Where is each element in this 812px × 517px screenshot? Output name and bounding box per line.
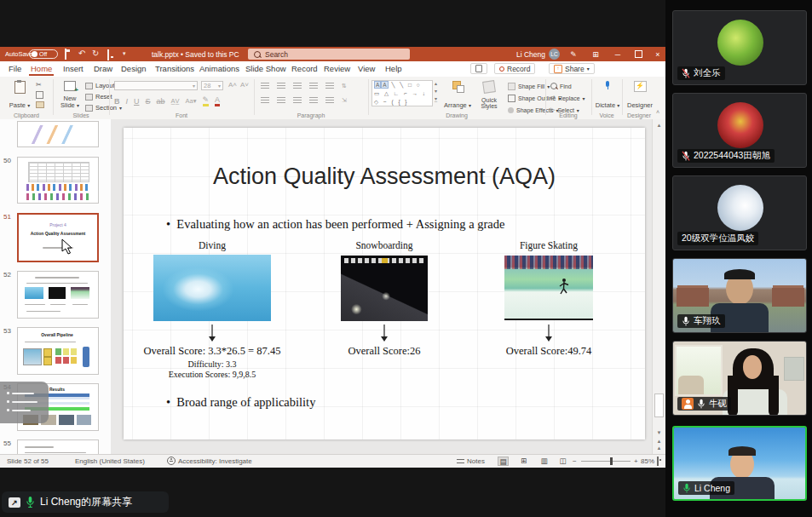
record-button[interactable]: Record (494, 63, 535, 74)
comments-button[interactable] (470, 63, 487, 74)
tab-animations[interactable]: Animations (198, 61, 241, 76)
zoom-slider-thumb[interactable] (610, 457, 613, 465)
grow-font-icon[interactable]: A˄ (228, 81, 237, 89)
share-icon: ↑ (554, 65, 562, 73)
reading-view-button[interactable]: ▥ (538, 457, 550, 466)
group-label-slides: Slides (53, 112, 109, 118)
paste-button[interactable]: Paste ▾ (5, 79, 34, 111)
slide-52[interactable]: Action Quality Assessment (AQA) • Evalua… (124, 128, 645, 439)
shapes-gallery[interactable]: AA ╲ ╲ □ ○ ▭ △ ∟ ⌐ → ↓ ◇ ~ ( { } (371, 80, 433, 106)
zoom-level[interactable]: 85% (641, 455, 654, 467)
quick-styles-button[interactable]: Quick Styles (474, 79, 504, 111)
previous-slide-icon[interactable]: ▲▲ (654, 438, 664, 451)
redo-icon[interactable]: ↻ (92, 49, 99, 58)
slide-bullet-1: • Evaluating how an action has been perf… (166, 217, 504, 232)
normal-view-button[interactable]: ▤ (498, 457, 509, 466)
tab-record[interactable]: Record (290, 61, 320, 76)
group-label-clipboard: Clipboard (0, 112, 53, 118)
scroll-down-icon[interactable]: ▼ (654, 429, 664, 436)
alignment-buttons[interactable]: ⇲ (261, 97, 347, 104)
tab-home[interactable]: Home (29, 61, 54, 76)
tab-design[interactable]: Design (119, 61, 148, 76)
notes-button[interactable]: Notes (457, 455, 485, 467)
slide-number-50: 50 (3, 157, 11, 164)
font-size-combobox[interactable]: 28▾ (201, 81, 223, 90)
participant-tile[interactable]: 车翔玖 (672, 258, 807, 333)
scroll-up-icon[interactable]: ▲ (654, 122, 664, 129)
search-input[interactable]: Search (248, 49, 410, 60)
qat-customize-icon[interactable]: ▾ (123, 49, 126, 58)
group-label-paragraph: Paragraph (254, 112, 368, 118)
participant-tile[interactable]: 20级双学位温凤姣 (672, 175, 807, 250)
undo-icon[interactable]: ↶ (78, 49, 85, 58)
slide-thumbnail-53[interactable]: Overall Pipeline (17, 327, 99, 375)
tab-help[interactable]: Help (383, 61, 404, 76)
slide-thumbnail-50[interactable] (17, 157, 99, 204)
collapse-ribbon-icon[interactable]: ˄ (656, 109, 659, 115)
shrink-font-icon[interactable]: A˅ (240, 81, 249, 89)
tab-review[interactable]: Review (322, 61, 352, 76)
scoreboard-highlight (382, 258, 388, 263)
list-indent-buttons[interactable]: ⇅ (261, 83, 347, 89)
ink-pen-icon[interactable]: ✎ (566, 47, 581, 61)
floating-list-overlay[interactable] (0, 382, 49, 423)
mic-muted-icon (682, 151, 690, 162)
slide-thumbnail-52[interactable] (17, 271, 99, 319)
restore-button[interactable] (631, 47, 646, 61)
strikethrough-icon: ab (157, 97, 165, 106)
tab-insert[interactable]: Insert (61, 61, 85, 76)
shapes-gallery-scroll[interactable]: ▴▾▾̲ (435, 80, 437, 101)
designer-icon: ⚡ (634, 81, 647, 92)
replace-button[interactable]: ⇄Replace▾ (550, 93, 585, 103)
document-title[interactable]: talk.pptx • Saved to this PC (152, 50, 239, 59)
coming-soon-icon[interactable]: ⊞ (588, 47, 603, 61)
fit-to-window-icon[interactable] (657, 457, 659, 466)
tab-file[interactable]: File (7, 61, 23, 76)
wall-art (784, 357, 804, 381)
start-slideshow-icon[interactable] (107, 50, 109, 60)
tab-draw[interactable]: Draw (92, 61, 114, 76)
participant-tile[interactable]: 2022544043田朝旭 (672, 93, 807, 168)
slide-thumbnail-51-selected[interactable]: Project 4 Action Quality Assessment (17, 213, 99, 262)
tab-slideshow[interactable]: Slide Show (244, 61, 288, 76)
scrollbar-thumb[interactable] (654, 393, 664, 417)
ppt-ribbon: Paste ▾ ✂ Clipboard New Slide ▾ Layout▾ … (0, 77, 665, 120)
tab-view[interactable]: View (356, 61, 377, 76)
zoom-in-icon[interactable]: + (634, 455, 638, 467)
cut-copy-painter-buttons[interactable]: ✂ (36, 81, 44, 108)
toggle-knob (32, 51, 37, 57)
avatar (717, 20, 763, 66)
slideshow-view-button[interactable]: ◫ (557, 457, 568, 466)
find-button[interactable]: Find (550, 81, 585, 91)
language-indicator[interactable]: English (United States) (75, 455, 145, 467)
accessibility-checker[interactable]: Accessibility: Investigate (167, 455, 252, 467)
designer-button[interactable]: ⚡ Designer (625, 79, 654, 111)
save-icon[interactable] (65, 49, 66, 59)
arrange-button[interactable]: Arrange ▾ (443, 79, 472, 111)
slide-indicator[interactable]: Slide 52 of 55 (7, 455, 49, 467)
tab-transitions[interactable]: Transitions (153, 61, 196, 76)
minimize-button[interactable]: ─ (610, 47, 625, 61)
new-slide-button[interactable]: New Slide ▾ (56, 79, 84, 111)
numbering-icon (277, 83, 285, 89)
canvas-scrollbar[interactable]: ▲ ▼ ▲▲ (652, 119, 665, 454)
user-name[interactable]: Li Cheng (516, 50, 545, 59)
participant-tile-active-speaker[interactable]: Li Cheng (672, 426, 807, 501)
slide-thumbnail-55[interactable] (17, 439, 99, 454)
participant-tile[interactable]: 刘全乐 (672, 10, 807, 85)
font-name-combobox[interactable]: ▾ (114, 81, 198, 90)
slide-sorter-view-button[interactable]: ⊞ (518, 457, 529, 466)
user-avatar[interactable]: LC (549, 49, 560, 60)
zoom-out-icon[interactable]: − (573, 455, 577, 467)
share-button[interactable]: ↑Share▾ (549, 63, 595, 74)
participant-tile[interactable]: 牛砚 (672, 341, 807, 416)
close-button[interactable]: × (650, 47, 665, 61)
screen-share-banner[interactable]: ↗ Li Cheng的屏幕共享 (2, 491, 169, 513)
zoom-slider-track[interactable] (581, 461, 631, 462)
font-style-buttons[interactable]: BIU Sab A̲V̲ Aa▾ ✎ A (114, 95, 220, 106)
dictate-button[interactable]: Dictate ▾ (595, 79, 620, 111)
slide-thumbnail-49[interactable] (17, 121, 99, 147)
slide-canvas[interactable]: Action Quality Assessment (AQA) • Evalua… (111, 119, 652, 454)
mic-on-icon (682, 316, 690, 327)
autosave-toggle[interactable]: Off (29, 49, 58, 59)
